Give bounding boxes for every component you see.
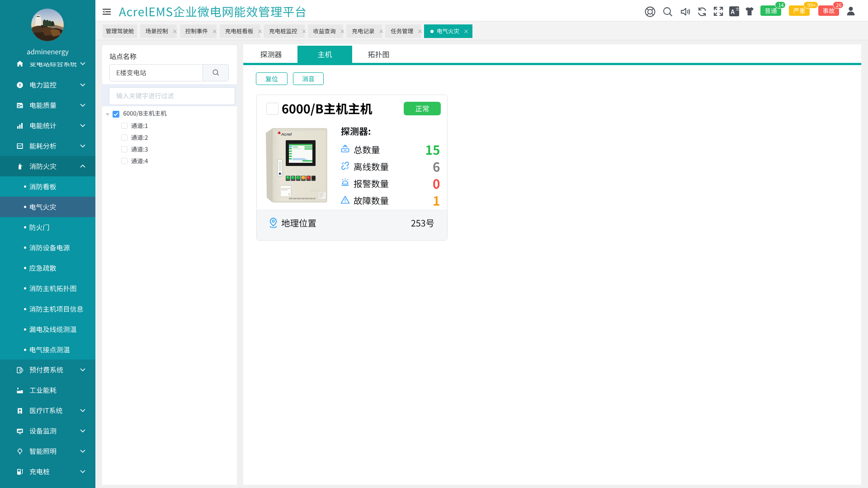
svg-text:Acrel: Acrel bbox=[281, 132, 292, 137]
